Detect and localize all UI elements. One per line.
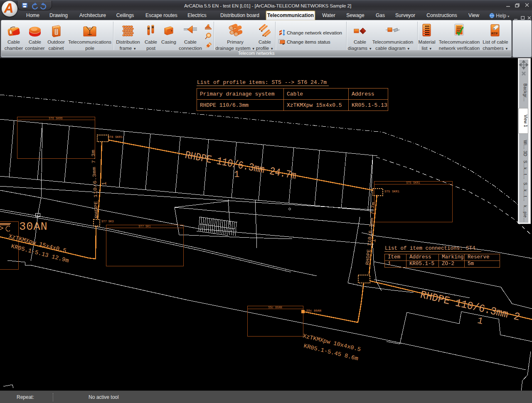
- svg-text:ST6 SKR1: ST6 SKR1: [108, 135, 123, 139]
- svg-text:30AN: 30AN: [19, 221, 48, 233]
- svg-text:ST7 SK1: ST7 SK1: [138, 225, 150, 228]
- svg-text:KR05.1-5: KR05.1-5: [409, 261, 434, 267]
- svg-text:5m: 5m: [468, 261, 474, 267]
- svg-text:Reserve: Reserve: [468, 254, 490, 260]
- svg-text:1: 1: [101, 182, 108, 185]
- svg-text:1: 1: [388, 261, 391, 267]
- svg-text:SSc 80AN: SSc 80AN: [268, 306, 282, 309]
- svg-text:RHDPE 110/6.3mm: RHDPE 110/6.3mm: [200, 102, 249, 108]
- svg-text:Cable: Cable: [287, 91, 303, 97]
- svg-text:Primary drainage system: Primary drainage system: [200, 91, 275, 97]
- svg-text:SSc 80AN: SSc 80AN: [306, 309, 321, 312]
- svg-text:ZO-2: ZO-2: [442, 261, 454, 267]
- svg-text:ST6 SKR6: ST6 SKR6: [49, 117, 63, 120]
- svg-text:List of item connections: ST4: List of item connections: ST4: [385, 246, 475, 251]
- svg-text:Address: Address: [352, 91, 374, 97]
- svg-text:KR05.1-5.13: KR05.1-5.13: [352, 102, 387, 108]
- svg-text:Item: Item: [388, 254, 400, 260]
- svg-text:1: 1: [370, 238, 377, 243]
- svg-text:ST7 SK3: ST7 SK3: [101, 220, 113, 223]
- svg-text:XzTKMXpw 15x4x0.5: XzTKMXpw 15x4x0.5: [287, 102, 342, 108]
- svg-text:Marking: Marking: [442, 254, 464, 260]
- svg-text:List of profile items: ST5 -->: List of profile items: ST5 --> ST6 24.7m: [197, 79, 327, 86]
- svg-text:Address: Address: [409, 254, 431, 260]
- svg-text:RTF: RTF: [491, 32, 498, 35]
- svg-text:ST5 SKR1: ST5 SKR1: [384, 190, 400, 193]
- svg-text:ST5 SKR1: ST5 SKR1: [406, 181, 420, 184]
- svg-text:1: 1: [234, 170, 239, 180]
